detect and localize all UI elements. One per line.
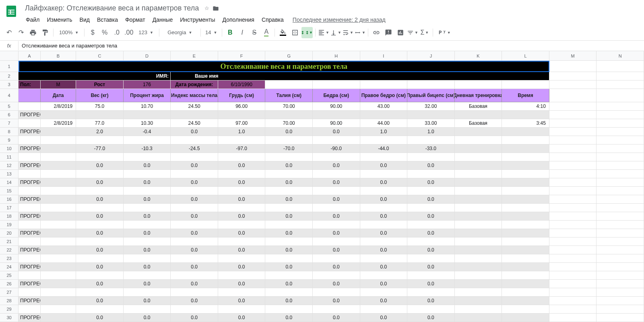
- data-cell[interactable]: [455, 229, 502, 237]
- data-cell[interactable]: 0.0: [171, 314, 218, 322]
- data-cell[interactable]: -90.0: [313, 144, 360, 153]
- data-cell[interactable]: 0.0: [313, 161, 360, 170]
- data-cell[interactable]: 0.0: [171, 280, 218, 288]
- data-cell[interactable]: [313, 187, 360, 195]
- row-header-20[interactable]: 20: [0, 229, 19, 237]
- data-cell[interactable]: 44.00: [360, 119, 408, 128]
- data-cell[interactable]: Базовая: [455, 119, 502, 128]
- data-cell[interactable]: [407, 204, 455, 212]
- data-cell[interactable]: [265, 221, 313, 229]
- data-cell[interactable]: [76, 153, 124, 161]
- column-header[interactable]: Процент жира: [124, 89, 171, 102]
- data-cell[interactable]: [218, 153, 266, 161]
- cell[interactable]: [549, 195, 597, 204]
- data-cell[interactable]: 0.0: [313, 229, 360, 237]
- cell[interactable]: [597, 237, 644, 246]
- cell[interactable]: [549, 254, 597, 263]
- cell[interactable]: [549, 212, 597, 221]
- data-cell[interactable]: [124, 170, 171, 178]
- fill-color-button[interactable]: [277, 27, 289, 38]
- data-cell[interactable]: 0.0: [360, 263, 408, 271]
- cell[interactable]: [597, 178, 644, 187]
- col-header-N[interactable]: N: [597, 51, 644, 61]
- data-cell[interactable]: [41, 204, 76, 212]
- data-cell[interactable]: [41, 271, 76, 280]
- row-header-21[interactable]: 21: [0, 237, 19, 246]
- data-cell[interactable]: 0.0: [407, 212, 455, 221]
- data-cell[interactable]: 0.0: [360, 178, 408, 187]
- cell[interactable]: [597, 204, 644, 212]
- cell[interactable]: [549, 297, 597, 305]
- select-all-corner[interactable]: [0, 51, 19, 61]
- column-header[interactable]: Индекс массы тела: [171, 89, 218, 102]
- star-icon[interactable]: ☆: [204, 5, 209, 11]
- row-header-30[interactable]: 30: [0, 314, 19, 322]
- cell[interactable]: [597, 271, 644, 280]
- data-cell[interactable]: [407, 271, 455, 280]
- data-cell[interactable]: 2/8/2019: [41, 119, 76, 128]
- col-header-F[interactable]: F: [218, 51, 266, 61]
- data-cell[interactable]: 1.0: [407, 128, 455, 136]
- data-cell[interactable]: 1.0: [360, 128, 408, 136]
- data-cell[interactable]: [76, 254, 124, 263]
- data-cell[interactable]: [313, 170, 360, 178]
- data-cell[interactable]: 0.0: [171, 263, 218, 271]
- progress-label[interactable]: ПРОГРЕСС (+/-): [19, 297, 41, 305]
- data-cell[interactable]: [455, 170, 502, 178]
- redo-button[interactable]: ↷: [15, 27, 27, 38]
- data-cell[interactable]: [218, 288, 266, 297]
- data-cell[interactable]: 90.00: [313, 119, 360, 128]
- cell[interactable]: [597, 297, 644, 305]
- data-cell[interactable]: 75.0: [76, 102, 124, 111]
- data-cell[interactable]: [407, 136, 455, 144]
- row-header-23[interactable]: 23: [0, 254, 19, 263]
- data-cell[interactable]: [502, 221, 549, 229]
- data-cell[interactable]: 0.0: [265, 280, 313, 288]
- data-cell[interactable]: [313, 271, 360, 280]
- data-cell[interactable]: [76, 288, 124, 297]
- data-cell[interactable]: [41, 254, 76, 263]
- cell[interactable]: [549, 178, 597, 187]
- data-cell[interactable]: [41, 263, 76, 271]
- data-cell[interactable]: 0.0: [124, 229, 171, 237]
- cell[interactable]: [597, 195, 644, 204]
- data-cell[interactable]: [218, 271, 266, 280]
- data-cell[interactable]: 70.00: [265, 119, 313, 128]
- data-cell[interactable]: 0.0: [171, 161, 218, 170]
- data-cell[interactable]: [76, 111, 124, 119]
- column-header[interactable]: Дата: [41, 89, 76, 102]
- data-cell[interactable]: [19, 237, 41, 246]
- progress-label[interactable]: ПРОГРЕСС (+/-): [19, 111, 41, 119]
- data-cell[interactable]: [455, 263, 502, 271]
- data-cell[interactable]: 0.0: [265, 161, 313, 170]
- data-cell[interactable]: 0.0: [313, 128, 360, 136]
- data-cell[interactable]: [265, 136, 313, 144]
- data-cell[interactable]: [19, 204, 41, 212]
- cell[interactable]: [597, 111, 644, 119]
- data-cell[interactable]: 0.0: [265, 229, 313, 237]
- data-cell[interactable]: [218, 170, 266, 178]
- data-cell[interactable]: [502, 229, 549, 237]
- sheets-logo[interactable]: [3, 3, 19, 19]
- data-cell[interactable]: 0.0: [76, 212, 124, 221]
- data-cell[interactable]: 0.0: [407, 178, 455, 187]
- data-cell[interactable]: 0.0: [407, 314, 455, 322]
- data-cell[interactable]: [19, 187, 41, 195]
- data-cell[interactable]: 32.00: [407, 102, 455, 111]
- cell[interactable]: [549, 119, 597, 128]
- data-cell[interactable]: 0.0: [218, 195, 266, 204]
- data-cell[interactable]: [171, 254, 218, 263]
- data-cell[interactable]: [407, 237, 455, 246]
- data-cell[interactable]: 0.0: [313, 297, 360, 305]
- data-cell[interactable]: [76, 136, 124, 144]
- data-cell[interactable]: [360, 288, 408, 297]
- data-cell[interactable]: 0.0: [171, 128, 218, 136]
- data-cell[interactable]: [455, 187, 502, 195]
- row-header-14[interactable]: 14: [0, 178, 19, 187]
- data-cell[interactable]: [76, 271, 124, 280]
- bio-cell[interactable]: Дата рождения:: [171, 80, 218, 89]
- data-cell[interactable]: [265, 153, 313, 161]
- row-header-24[interactable]: 24: [0, 263, 19, 271]
- row-header-4[interactable]: 4: [0, 89, 19, 102]
- data-cell[interactable]: 0.0: [265, 314, 313, 322]
